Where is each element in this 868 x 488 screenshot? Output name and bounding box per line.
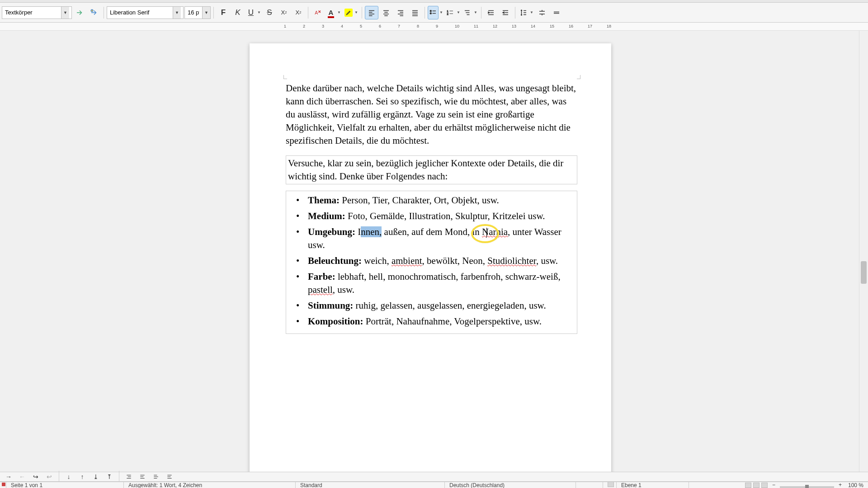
nav-down-icon[interactable]: ↓ (63, 472, 75, 481)
font-name-combo[interactable]: ▼ (107, 6, 184, 19)
chevron-down-icon[interactable]: ▼ (173, 7, 181, 19)
ruler-number: 18 (607, 24, 611, 28)
nav-undo-icon[interactable]: ↩ (43, 472, 55, 481)
paragraph-style-combo[interactable]: ▼ (2, 6, 72, 19)
list-item[interactable]: Medium: Foto, Gemälde, Illustration, Sku… (286, 210, 572, 223)
zoom-out-button[interactable]: − (770, 482, 777, 488)
multi-page-icon[interactable] (753, 483, 760, 488)
horizontal-ruler[interactable]: 123456789101112131415161718 (0, 23, 868, 31)
bullet-list-button[interactable] (428, 6, 439, 19)
chevron-down-icon[interactable]: ▼ (256, 6, 262, 19)
new-style-button[interactable] (87, 6, 101, 19)
signature-status[interactable] (603, 482, 617, 488)
nav-down-end-icon[interactable]: ⤓ (90, 472, 102, 481)
spellcheck-error[interactable]: ambient (392, 255, 422, 266)
underline-button[interactable]: U (245, 6, 256, 19)
superscript-button[interactable]: X2 (277, 6, 291, 19)
single-page-icon[interactable] (745, 483, 751, 488)
language-status[interactable]: Deutsch (Deutschland) (445, 482, 576, 488)
chevron-down-icon[interactable]: ▼ (354, 6, 359, 19)
outline-list-split[interactable]: ▼ (462, 6, 478, 19)
spellcheck-error[interactable]: Studiolichter (487, 255, 536, 266)
highlight-color-split[interactable]: ▼ (343, 6, 359, 19)
ruler-number: 3 (322, 24, 324, 28)
align-center-button[interactable] (379, 6, 393, 19)
page[interactable]: Denke darüber nach, welche Details wicht… (250, 43, 611, 472)
increase-spacing-button[interactable] (535, 6, 549, 19)
chevron-down-icon[interactable]: ▼ (529, 6, 534, 19)
italic-button[interactable]: K (231, 6, 245, 19)
chevron-down-icon[interactable]: ▼ (61, 7, 69, 19)
chevron-down-icon[interactable]: ▼ (439, 6, 444, 19)
bold-button[interactable]: F (217, 6, 230, 19)
bullet-label: Komposition: (308, 316, 363, 327)
move-down-button[interactable] (164, 472, 175, 481)
align-left-button[interactable] (365, 6, 378, 19)
vertical-scrollbar[interactable] (859, 31, 868, 472)
chevron-down-icon[interactable]: ▼ (473, 6, 478, 19)
strikethrough-button[interactable]: S (263, 6, 276, 19)
list-item[interactable]: Farbe: lebhaft, hell, monochromatisch, f… (286, 270, 572, 296)
chevron-down-icon[interactable]: ▼ (202, 7, 210, 19)
ruler-number: 17 (588, 24, 592, 28)
list-item[interactable]: Stimmung: ruhig, gelassen, ausgelassen, … (286, 299, 572, 312)
demote-button[interactable] (137, 472, 148, 481)
spellcheck-error[interactable]: pastell (308, 284, 333, 295)
outline-level-status: Ebene 1 (617, 482, 689, 488)
page-style-status[interactable]: Standard (296, 482, 445, 488)
align-right-button[interactable] (394, 6, 407, 19)
outline-list-button[interactable] (462, 6, 473, 19)
decrease-spacing-button[interactable] (550, 6, 563, 19)
spellcheck-error[interactable]: Narnia (482, 226, 508, 237)
list-item[interactable]: Thema: Person, Tier, Charakter, Ort, Obj… (286, 194, 572, 207)
subscript-button[interactable]: X2 (292, 6, 305, 19)
nav-forward-icon[interactable]: → (3, 472, 14, 481)
align-justify-button[interactable] (408, 6, 422, 19)
document-area[interactable]: Denke darüber nach, welche Details wicht… (0, 31, 859, 472)
nav-up-start-icon[interactable]: ⤒ (104, 472, 115, 481)
clear-formatting-button[interactable]: A (311, 6, 325, 19)
decrease-indent-button[interactable] (499, 6, 512, 19)
bullet-list[interactable]: Thema: Person, Tier, Charakter, Ort, Obj… (286, 191, 577, 334)
nav-redo-icon[interactable]: ↪ (30, 472, 42, 481)
list-item[interactable]: Beleuchtung: weich, ambient, bewölkt, Ne… (286, 254, 572, 267)
font-size-input[interactable] (185, 7, 202, 19)
number-list-button[interactable]: 12 (445, 6, 456, 19)
zoom-in-button[interactable]: + (837, 482, 844, 488)
move-up-button[interactable] (150, 472, 162, 481)
chevron-down-icon[interactable]: ▼ (336, 6, 342, 19)
scrollbar-thumb[interactable] (861, 261, 867, 284)
font-color-split[interactable]: A ▼ (326, 6, 342, 19)
list-item[interactable]: Umgebung: Innen, außen, auf dem Mond, in… (286, 225, 572, 252)
insert-mode-status[interactable] (576, 482, 603, 488)
document-content[interactable]: Denke darüber nach, welche Details wicht… (286, 82, 577, 334)
number-list-split[interactable]: 12 ▼ (445, 6, 461, 19)
book-view-icon[interactable] (761, 483, 768, 488)
increase-indent-button[interactable] (484, 6, 498, 19)
zoom-status[interactable]: 100 % (844, 482, 868, 488)
ruler-number: 8 (417, 24, 419, 28)
view-buttons[interactable] (745, 483, 770, 488)
bullet-list-split[interactable]: ▼ (428, 6, 444, 19)
page-status[interactable]: Seite 1 von 1 (6, 482, 124, 488)
font-name-input[interactable] (107, 7, 173, 19)
underline-split[interactable]: U ▼ (245, 6, 262, 19)
save-indicator-icon[interactable] (0, 482, 6, 488)
paragraph[interactable]: Denke darüber nach, welche Details wicht… (286, 82, 577, 147)
font-color-button[interactable]: A (326, 6, 336, 19)
promote-button[interactable] (123, 472, 135, 481)
highlight-button[interactable] (343, 6, 354, 19)
list-item[interactable]: Komposition: Porträt, Nahaufnahme, Vogel… (286, 315, 572, 328)
line-spacing-button[interactable] (518, 6, 529, 19)
nav-back-icon[interactable]: ← (16, 472, 28, 481)
paragraph[interactable]: Versuche, klar zu sein, bezüglich jeglic… (286, 155, 577, 184)
nav-up-icon[interactable]: ↑ (76, 472, 88, 481)
font-size-combo[interactable]: ▼ (184, 6, 211, 19)
update-style-button[interactable] (73, 6, 86, 19)
chevron-down-icon[interactable]: ▼ (456, 6, 461, 19)
line-spacing-split[interactable]: ▼ (518, 6, 534, 19)
ruler-number: 16 (569, 24, 573, 28)
zoom-slider-knob[interactable] (805, 485, 809, 488)
paragraph-style-input[interactable] (2, 7, 61, 19)
zoom-slider[interactable] (780, 486, 834, 488)
